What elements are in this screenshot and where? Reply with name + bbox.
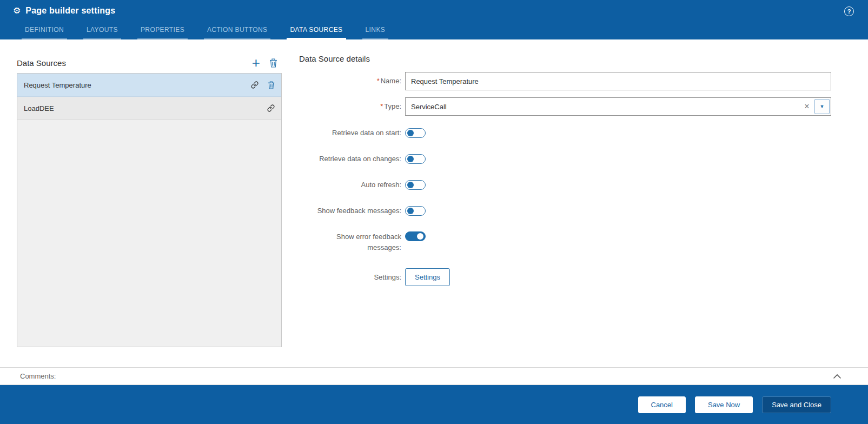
delete-data-source-icon[interactable] <box>269 58 277 68</box>
toggle-label: Show feedback messages: <box>309 206 401 216</box>
type-label: *Type: <box>309 101 401 112</box>
data-sources-panel-title: Data Sources <box>17 58 252 68</box>
list-item[interactable]: LoadDEE <box>17 97 281 120</box>
tab-data-sources[interactable]: DATA SOURCES <box>287 26 346 39</box>
link-icon[interactable] <box>267 104 275 112</box>
required-marker: * <box>380 102 383 110</box>
comments-bar: Comments: <box>0 367 868 385</box>
retrieve-on-changes-toggle[interactable] <box>405 154 426 164</box>
type-value: ServiceCall <box>406 103 799 111</box>
chevron-up-icon[interactable] <box>833 374 841 379</box>
tab-action-buttons[interactable]: ACTION BUTTONS <box>204 26 270 39</box>
header-title-row: ⚙ Page builder settings <box>13 6 115 16</box>
help-icon[interactable]: ? <box>844 6 854 16</box>
comments-label: Comments: <box>20 372 56 380</box>
show-feedback-toggle[interactable] <box>405 206 426 216</box>
toggle-label: Auto refresh: <box>309 180 401 190</box>
footer: Cancel Save Now Save and Close <box>0 385 868 424</box>
save-and-close-button[interactable]: Save and Close <box>762 396 831 413</box>
toggle-label: Show error feedback messages: <box>309 231 401 253</box>
settings-row: Settings: Settings <box>299 268 831 286</box>
delete-row-icon[interactable] <box>268 81 275 89</box>
toggle-label: Retrieve data on start: <box>309 128 401 138</box>
auto-refresh-toggle[interactable] <box>405 180 426 190</box>
auto-refresh-row: Auto refresh: <box>299 180 831 190</box>
type-combobox[interactable]: ServiceCall × ▼ <box>405 97 831 116</box>
tab-definition[interactable]: DEFINITION <box>22 26 67 39</box>
retrieve-on-start-toggle[interactable] <box>405 128 426 138</box>
chevron-down-icon[interactable]: ▼ <box>814 99 830 114</box>
data-sources-panel: Data Sources + Request Temperature <box>17 54 282 347</box>
tab-layouts[interactable]: LAYOUTS <box>83 26 121 39</box>
name-label: *Name: <box>309 76 401 87</box>
data-sources-panel-header: Data Sources + <box>17 54 282 71</box>
page-builder-settings-window: ⚙ Page builder settings ? DEFINITION LAY… <box>0 0 868 424</box>
toggle-label: Retrieve data on changes: <box>309 154 401 164</box>
row-actions <box>251 81 275 89</box>
required-marker: * <box>377 77 380 85</box>
clear-icon[interactable]: × <box>799 102 814 111</box>
help-glyph: ? <box>847 8 851 15</box>
save-now-button[interactable]: Save Now <box>695 396 753 413</box>
data-source-name: LoadDEE <box>24 104 54 112</box>
gear-icon: ⚙ <box>13 6 21 15</box>
type-row: *Type: ServiceCall × ▼ <box>299 97 831 116</box>
tab-properties[interactable]: PROPERTIES <box>137 26 188 39</box>
data-sources-panel-actions: + <box>252 57 277 68</box>
show-error-feedback-toggle[interactable] <box>405 231 426 241</box>
show-error-feedback-row: Show error feedback messages: <box>299 231 831 253</box>
data-source-name: Request Temperature <box>24 81 91 89</box>
row-actions <box>267 104 275 112</box>
name-row: *Name: <box>299 72 831 90</box>
details-title: Data Source details <box>299 54 831 63</box>
tab-links[interactable]: LINKS <box>362 26 389 39</box>
show-feedback-row: Show feedback messages: <box>299 206 831 216</box>
link-icon[interactable] <box>251 81 259 89</box>
cancel-button[interactable]: Cancel <box>638 396 686 413</box>
settings-button[interactable]: Settings <box>405 268 450 286</box>
settings-label: Settings: <box>309 272 401 283</box>
header: ⚙ Page builder settings ? DEFINITION LAY… <box>0 0 868 39</box>
retrieve-on-changes-row: Retrieve data on changes: <box>299 154 831 164</box>
add-data-source-icon[interactable]: + <box>252 57 260 68</box>
list-item[interactable]: Request Temperature <box>17 74 281 97</box>
retrieve-on-start-row: Retrieve data on start: <box>299 128 831 138</box>
page-title: Page builder settings <box>25 6 115 16</box>
tab-bar: DEFINITION LAYOUTS PROPERTIES ACTION BUT… <box>22 26 405 39</box>
name-input[interactable] <box>405 72 831 90</box>
data-source-list: Request Temperature <box>17 73 282 347</box>
data-source-details: Data Source details *Name: *Type: Servic… <box>299 54 831 293</box>
